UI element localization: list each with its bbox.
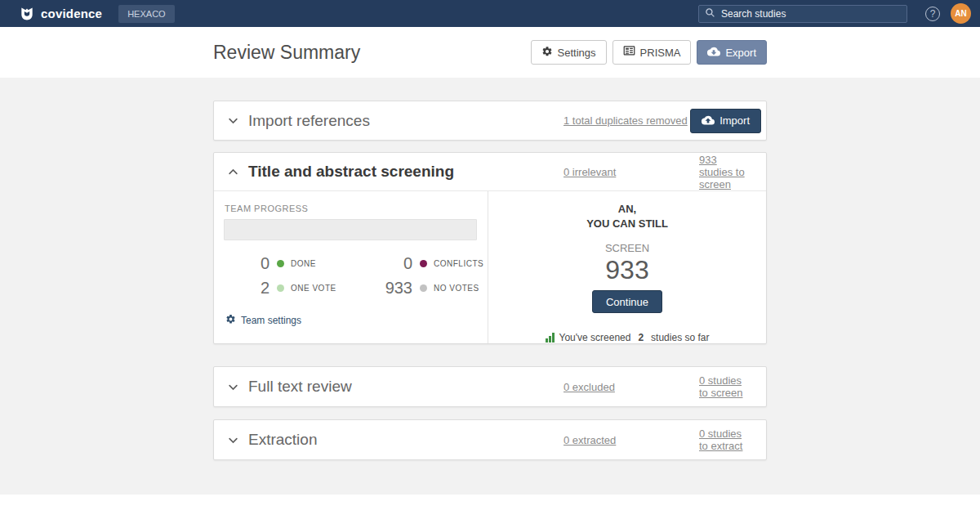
stat-conflicts-label: CONFLICTS xyxy=(434,259,483,268)
footer-strip xyxy=(0,495,980,506)
fulltext-to-screen-link[interactable]: 0 studies to screen xyxy=(699,374,753,399)
stat-done-label: DONE xyxy=(291,259,316,268)
export-label: Export xyxy=(725,47,756,59)
cta-screen-label: SCREEN xyxy=(605,242,649,254)
chevron-down-icon[interactable] xyxy=(227,114,239,127)
report-icon xyxy=(623,46,635,59)
continue-button[interactable]: Continue xyxy=(592,290,662,313)
stat-no-votes-value: 933 xyxy=(376,279,412,298)
import-references-header[interactable]: Import references xyxy=(227,112,564,130)
stat-done-value: 0 xyxy=(234,254,270,273)
cta-screen-count: 933 xyxy=(605,255,648,285)
one-vote-dot-icon xyxy=(277,284,284,292)
stat-one-vote-value: 2 xyxy=(234,279,270,298)
fulltext-header[interactable]: Full text review xyxy=(227,378,564,396)
help-icon[interactable]: ? xyxy=(925,7,940,21)
fulltext-card: Full text review 0 excluded 0 studies to… xyxy=(213,366,767,407)
excluded-link[interactable]: 0 excluded xyxy=(564,381,699,393)
prisma-button[interactable]: PRISMA xyxy=(612,40,692,65)
section-title-extraction: Extraction xyxy=(248,431,317,449)
import-label: Import xyxy=(719,114,750,127)
team-settings-link[interactable]: Team settings xyxy=(225,314,477,327)
project-switcher[interactable]: HEXACO xyxy=(118,5,174,23)
team-progress-panel: TEAM PROGRESS 0 DONE 0 CONFLICTS 2 xyxy=(214,191,488,343)
conflicts-dot-icon xyxy=(420,260,427,267)
screened-count: 2 xyxy=(638,332,644,343)
stat-one-vote: 2 ONE VOTE xyxy=(234,279,376,298)
search-icon xyxy=(705,7,715,21)
stat-no-votes: 933 NO VOTES xyxy=(376,279,483,298)
cta-you-can-still: YOU CAN STILL xyxy=(586,217,668,231)
studies-to-screen-link[interactable]: 933 studies to screen xyxy=(699,154,753,190)
settings-label: Settings xyxy=(558,47,596,59)
covidence-brand[interactable]: covidence xyxy=(19,6,102,22)
extracted-link[interactable]: 0 extracted xyxy=(564,434,699,446)
stat-one-vote-label: ONE VOTE xyxy=(291,284,336,293)
gear-icon xyxy=(225,314,236,327)
top-navbar: covidence HEXACO ? AN xyxy=(0,0,980,27)
stat-no-votes-label: NO VOTES xyxy=(434,284,479,293)
gear-icon xyxy=(541,46,553,60)
screened-suffix: studies so far xyxy=(651,332,709,343)
screening-header[interactable]: Title and abstract screening xyxy=(227,163,564,181)
no-votes-dot-icon xyxy=(420,284,427,292)
search-input[interactable] xyxy=(721,8,901,20)
extraction-header[interactable]: Extraction xyxy=(227,431,564,449)
prisma-label: PRISMA xyxy=(640,47,681,59)
cloud-upload-icon xyxy=(702,114,715,128)
bar-chart-icon xyxy=(546,333,555,343)
team-progress-label: TEAM PROGRESS xyxy=(225,204,477,213)
brand-name: covidence xyxy=(41,7,102,20)
search-box[interactable] xyxy=(698,5,907,23)
import-button[interactable]: Import xyxy=(690,109,761,133)
chevron-down-icon[interactable] xyxy=(227,381,239,393)
team-stats: 0 DONE 0 CONFLICTS 2 ONE VOTE xyxy=(234,254,477,298)
irrelevant-link[interactable]: 0 irrelevant xyxy=(564,166,699,178)
content-area: Import references 1 total duplicates rem… xyxy=(0,78,980,495)
section-title-screening: Title and abstract screening xyxy=(248,163,454,181)
studies-to-extract-link[interactable]: 0 studies to extract xyxy=(699,428,753,452)
page-header: Review Summary Settings PRISMA Export xyxy=(0,27,980,78)
team-progress-bar xyxy=(224,219,477,240)
screened-so-far: You've screened 2 studies so far xyxy=(546,332,710,343)
import-references-card: Import references 1 total duplicates rem… xyxy=(213,101,767,141)
chevron-down-icon[interactable] xyxy=(227,434,239,446)
avatar[interactable]: AN xyxy=(951,3,971,24)
covidence-logo-icon xyxy=(19,6,35,22)
stat-conflicts: 0 CONFLICTS xyxy=(376,254,483,273)
screening-card: Title and abstract screening 0 irrelevan… xyxy=(213,152,767,344)
section-title-import: Import references xyxy=(248,112,370,130)
stat-done: 0 DONE xyxy=(234,254,376,273)
duplicates-removed-link[interactable]: 1 total duplicates removed xyxy=(564,114,690,127)
stat-conflicts-value: 0 xyxy=(376,254,412,273)
cta-name-line: AN, xyxy=(618,202,636,217)
team-settings-label: Team settings xyxy=(241,315,301,326)
screen-cta-panel: AN, YOU CAN STILL SCREEN 933 Continue Yo… xyxy=(488,191,766,343)
section-title-fulltext: Full text review xyxy=(248,378,352,396)
page-title: Review Summary xyxy=(213,42,525,64)
export-button[interactable]: Export xyxy=(697,40,767,65)
cloud-download-icon xyxy=(707,46,720,59)
settings-button[interactable]: Settings xyxy=(531,40,607,65)
chevron-up-icon[interactable] xyxy=(227,166,239,178)
extraction-card: Extraction 0 extracted 0 studies to extr… xyxy=(213,419,767,460)
screened-prefix: You've screened xyxy=(559,332,631,343)
done-dot-icon xyxy=(277,260,284,267)
